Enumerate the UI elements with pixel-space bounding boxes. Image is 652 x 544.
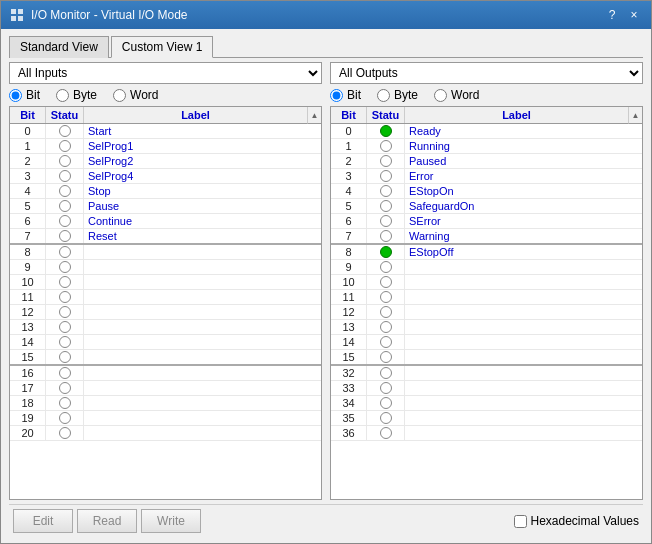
right-dropdown[interactable]: All Outputs — [330, 62, 643, 84]
right-cell-bit: 36 — [331, 426, 367, 440]
window-title: I/O Monitor - Virtual I/O Mode — [31, 8, 188, 22]
left-cell-status — [46, 154, 84, 168]
right-table-row[interactable]: 11 — [331, 290, 642, 305]
left-table-row[interactable]: 0Start — [10, 124, 321, 139]
left-dropdown[interactable]: All Inputs — [9, 62, 322, 84]
right-table-row[interactable]: 14 — [331, 335, 642, 350]
edit-button[interactable]: Edit — [13, 509, 73, 533]
left-cell-label — [84, 335, 321, 349]
left-cell-bit: 12 — [10, 305, 46, 319]
left-table-row[interactable]: 19 — [10, 411, 321, 426]
right-table-row[interactable]: 8EStopOff — [331, 245, 642, 260]
status-indicator — [59, 230, 71, 242]
left-radio-word[interactable]: Word — [113, 88, 158, 102]
left-table-row[interactable]: 10 — [10, 275, 321, 290]
left-scroll-header: ▲ — [307, 107, 321, 124]
left-table-row[interactable]: 4Stop — [10, 184, 321, 199]
left-table-row[interactable]: 11 — [10, 290, 321, 305]
status-indicator — [380, 140, 392, 152]
help-button[interactable]: ? — [603, 7, 621, 23]
hex-label[interactable]: Hexadecimal Values — [531, 514, 640, 528]
status-indicator — [59, 397, 71, 409]
left-table-body[interactable]: 0Start1SelProg12SelProg23SelProg44Stop5P… — [10, 124, 321, 499]
status-indicator — [59, 125, 71, 137]
left-table-row[interactable]: 5Pause — [10, 199, 321, 214]
right-table-row[interactable]: 5SafeguardOn — [331, 199, 642, 214]
title-bar: I/O Monitor - Virtual I/O Mode ? × — [1, 1, 651, 29]
left-table-row[interactable]: 13 — [10, 320, 321, 335]
right-table-row[interactable]: 6SError — [331, 214, 642, 229]
left-table-row[interactable]: 8 — [10, 245, 321, 260]
right-radio-word[interactable]: Word — [434, 88, 479, 102]
left-table-row[interactable]: 3SelProg4 — [10, 169, 321, 184]
right-radio-byte[interactable]: Byte — [377, 88, 418, 102]
right-table-row[interactable]: 36 — [331, 426, 642, 441]
left-table-row[interactable]: 7Reset — [10, 229, 321, 245]
right-table-row[interactable]: 7Warning — [331, 229, 642, 245]
left-cell-bit: 11 — [10, 290, 46, 304]
left-table-row[interactable]: 15 — [10, 350, 321, 366]
status-indicator — [59, 306, 71, 318]
left-cell-bit: 2 — [10, 154, 46, 168]
close-button[interactable]: × — [625, 7, 643, 23]
left-table-row[interactable]: 2SelProg2 — [10, 154, 321, 169]
right-table-row[interactable]: 2Paused — [331, 154, 642, 169]
read-button[interactable]: Read — [77, 509, 137, 533]
right-table-row[interactable]: 35 — [331, 411, 642, 426]
status-indicator — [59, 427, 71, 439]
hex-check-area: Hexadecimal Values — [514, 514, 640, 528]
right-cell-bit: 0 — [331, 124, 367, 138]
left-cell-status — [46, 184, 84, 198]
right-cell-status — [367, 214, 405, 228]
tab-bar: Standard View Custom View 1 — [9, 35, 643, 58]
left-cell-label — [84, 245, 321, 259]
tab-custom-view[interactable]: Custom View 1 — [111, 36, 213, 58]
left-table-row[interactable]: 6Continue — [10, 214, 321, 229]
left-radio-bit[interactable]: Bit — [9, 88, 40, 102]
right-table-row[interactable]: 0Ready — [331, 124, 642, 139]
left-cell-label — [84, 411, 321, 425]
title-bar-buttons: ? × — [603, 7, 643, 23]
left-table: Bit Statu Label ▲ 0Start1SelProg12SelPro… — [9, 106, 322, 500]
left-table-row[interactable]: 9 — [10, 260, 321, 275]
right-table-row[interactable]: 4EStopOn — [331, 184, 642, 199]
right-table-row[interactable]: 15 — [331, 350, 642, 366]
left-cell-status — [46, 426, 84, 440]
right-table-row[interactable]: 10 — [331, 275, 642, 290]
right-table-row[interactable]: 12 — [331, 305, 642, 320]
right-col-bit: Bit — [331, 107, 367, 123]
right-cell-status — [367, 229, 405, 243]
right-table-row[interactable]: 9 — [331, 260, 642, 275]
left-table-row[interactable]: 18 — [10, 396, 321, 411]
right-cell-label — [405, 320, 642, 334]
right-table-row[interactable]: 33 — [331, 381, 642, 396]
left-table-row[interactable]: 20 — [10, 426, 321, 441]
right-table-row[interactable]: 3Error — [331, 169, 642, 184]
left-table-row[interactable]: 16 — [10, 366, 321, 381]
tab-standard-view[interactable]: Standard View — [9, 36, 109, 58]
right-col-status: Statu — [367, 107, 405, 123]
right-table-row[interactable]: 32 — [331, 366, 642, 381]
bottom-bar: Edit Read Write Hexadecimal Values — [9, 504, 643, 537]
right-cell-bit: 10 — [331, 275, 367, 289]
right-cell-label — [405, 381, 642, 395]
right-radio-bit[interactable]: Bit — [330, 88, 361, 102]
status-indicator — [380, 261, 392, 273]
left-table-row[interactable]: 14 — [10, 335, 321, 350]
status-indicator — [59, 336, 71, 348]
right-cell-bit: 4 — [331, 184, 367, 198]
left-cell-label — [84, 350, 321, 364]
left-table-row[interactable]: 17 — [10, 381, 321, 396]
right-table-row[interactable]: 1Running — [331, 139, 642, 154]
right-table-row[interactable]: 34 — [331, 396, 642, 411]
hex-checkbox[interactable] — [514, 515, 527, 528]
right-table-body[interactable]: 0Ready1Running2Paused3Error4EStopOn5Safe… — [331, 124, 642, 499]
left-cell-status — [46, 396, 84, 410]
right-cell-bit: 13 — [331, 320, 367, 334]
right-table-row[interactable]: 13 — [331, 320, 642, 335]
left-table-row[interactable]: 1SelProg1 — [10, 139, 321, 154]
right-cell-bit: 2 — [331, 154, 367, 168]
write-button[interactable]: Write — [141, 509, 201, 533]
left-table-row[interactable]: 12 — [10, 305, 321, 320]
left-radio-byte[interactable]: Byte — [56, 88, 97, 102]
